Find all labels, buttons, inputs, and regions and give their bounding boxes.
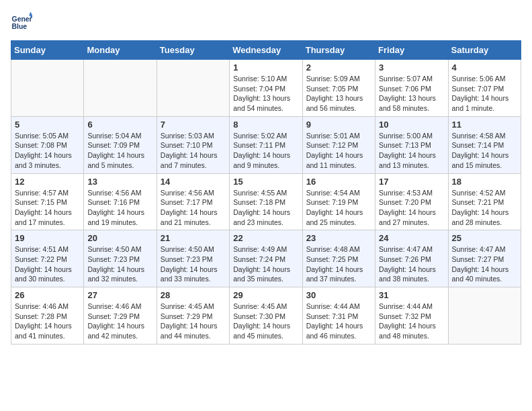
day-info: Sunrise: 4:50 AM Sunset: 7:23 PM Dayligh…: [161, 244, 226, 284]
calendar-cell: 14Sunrise: 4:56 AM Sunset: 7:17 PM Dayli…: [157, 173, 229, 230]
calendar-week-row: 1Sunrise: 5:10 AM Sunset: 7:04 PM Daylig…: [11, 60, 521, 117]
calendar-cell: 30Sunrise: 4:44 AM Sunset: 7:31 PM Dayli…: [302, 287, 375, 345]
weekday-header: Thursday: [302, 41, 375, 60]
calendar-cell: 12Sunrise: 4:57 AM Sunset: 7:15 PM Dayli…: [11, 173, 84, 230]
day-info: Sunrise: 5:10 AM Sunset: 7:04 PM Dayligh…: [233, 74, 298, 113]
calendar-cell: 17Sunrise: 4:53 AM Sunset: 7:20 PM Dayli…: [375, 173, 448, 230]
day-number: 20: [87, 233, 152, 243]
calendar-cell: 4Sunrise: 5:06 AM Sunset: 7:07 PM Daylig…: [448, 60, 521, 117]
day-info: Sunrise: 4:57 AM Sunset: 7:15 PM Dayligh…: [15, 188, 80, 228]
day-number: 12: [15, 177, 80, 187]
calendar-table: SundayMondayTuesdayWednesdayThursdayFrid…: [11, 40, 521, 345]
calendar-cell: 29Sunrise: 4:45 AM Sunset: 7:30 PM Dayli…: [230, 287, 302, 345]
calendar-cell: 3Sunrise: 5:07 AM Sunset: 7:06 PM Daylig…: [375, 60, 448, 117]
day-info: Sunrise: 5:00 AM Sunset: 7:13 PM Dayligh…: [379, 131, 444, 171]
calendar-cell: [84, 60, 157, 117]
calendar-cell: 19Sunrise: 4:51 AM Sunset: 7:22 PM Dayli…: [11, 230, 84, 287]
day-info: Sunrise: 5:07 AM Sunset: 7:06 PM Dayligh…: [379, 74, 444, 113]
calendar-cell: 7Sunrise: 5:03 AM Sunset: 7:10 PM Daylig…: [157, 116, 229, 173]
logo-icon: General Blue: [11, 11, 32, 32]
day-number: 14: [161, 177, 226, 187]
day-info: Sunrise: 4:49 AM Sunset: 7:24 PM Dayligh…: [233, 244, 298, 284]
calendar-cell: 16Sunrise: 4:54 AM Sunset: 7:19 PM Dayli…: [302, 173, 375, 230]
calendar-cell: 27Sunrise: 4:46 AM Sunset: 7:29 PM Dayli…: [84, 287, 157, 345]
day-info: Sunrise: 4:58 AM Sunset: 7:14 PM Dayligh…: [452, 131, 517, 171]
calendar-cell: 11Sunrise: 4:58 AM Sunset: 7:14 PM Dayli…: [448, 116, 521, 173]
day-info: Sunrise: 5:04 AM Sunset: 7:09 PM Dayligh…: [87, 131, 152, 171]
day-info: Sunrise: 4:47 AM Sunset: 7:27 PM Dayligh…: [452, 244, 517, 284]
day-info: Sunrise: 4:46 AM Sunset: 7:28 PM Dayligh…: [15, 302, 80, 341]
day-number: 30: [306, 290, 371, 300]
day-number: 15: [233, 177, 298, 187]
day-number: 8: [233, 120, 298, 130]
day-info: Sunrise: 5:09 AM Sunset: 7:05 PM Dayligh…: [306, 74, 371, 113]
weekday-header: Saturday: [448, 41, 521, 60]
day-info: Sunrise: 4:56 AM Sunset: 7:16 PM Dayligh…: [87, 188, 152, 228]
day-info: Sunrise: 4:52 AM Sunset: 7:21 PM Dayligh…: [452, 188, 517, 228]
calendar-cell: 26Sunrise: 4:46 AM Sunset: 7:28 PM Dayli…: [11, 287, 84, 345]
day-number: 6: [87, 120, 152, 130]
day-info: Sunrise: 4:45 AM Sunset: 7:29 PM Dayligh…: [161, 302, 226, 341]
day-info: Sunrise: 4:50 AM Sunset: 7:23 PM Dayligh…: [87, 244, 152, 284]
day-info: Sunrise: 4:46 AM Sunset: 7:29 PM Dayligh…: [87, 302, 152, 341]
svg-marker-2: [29, 12, 32, 15]
calendar-cell: 20Sunrise: 4:50 AM Sunset: 7:23 PM Dayli…: [84, 230, 157, 287]
calendar-cell: 8Sunrise: 5:02 AM Sunset: 7:11 PM Daylig…: [230, 116, 302, 173]
calendar-cell: 23Sunrise: 4:48 AM Sunset: 7:25 PM Dayli…: [302, 230, 375, 287]
day-number: 31: [379, 290, 444, 300]
day-info: Sunrise: 4:56 AM Sunset: 7:17 PM Dayligh…: [161, 188, 226, 228]
weekday-header: Wednesday: [230, 41, 302, 60]
day-number: 3: [379, 62, 444, 73]
day-number: 28: [161, 290, 226, 300]
calendar-cell: 6Sunrise: 5:04 AM Sunset: 7:09 PM Daylig…: [84, 116, 157, 173]
day-number: 13: [87, 177, 152, 187]
day-number: 27: [87, 290, 152, 300]
day-info: Sunrise: 4:51 AM Sunset: 7:22 PM Dayligh…: [15, 244, 80, 284]
day-info: Sunrise: 4:47 AM Sunset: 7:26 PM Dayligh…: [379, 244, 444, 284]
day-number: 25: [452, 233, 517, 243]
day-number: 29: [233, 290, 298, 300]
day-info: Sunrise: 4:45 AM Sunset: 7:30 PM Dayligh…: [233, 302, 298, 341]
day-info: Sunrise: 5:06 AM Sunset: 7:07 PM Dayligh…: [452, 74, 517, 113]
calendar-cell: [11, 60, 84, 117]
calendar-cell: [157, 60, 229, 117]
calendar-cell: 25Sunrise: 4:47 AM Sunset: 7:27 PM Dayli…: [448, 230, 521, 287]
page-header: General Blue: [11, 11, 521, 32]
calendar-cell: 21Sunrise: 4:50 AM Sunset: 7:23 PM Dayli…: [157, 230, 229, 287]
day-info: Sunrise: 5:03 AM Sunset: 7:10 PM Dayligh…: [161, 131, 226, 171]
day-number: 26: [15, 290, 80, 300]
day-info: Sunrise: 5:02 AM Sunset: 7:11 PM Dayligh…: [233, 131, 298, 171]
day-info: Sunrise: 5:05 AM Sunset: 7:08 PM Dayligh…: [15, 131, 80, 171]
day-number: 9: [306, 120, 371, 130]
weekday-header: Tuesday: [157, 41, 229, 60]
calendar-cell: 22Sunrise: 4:49 AM Sunset: 7:24 PM Dayli…: [230, 230, 302, 287]
weekday-header: Monday: [84, 41, 157, 60]
day-number: 16: [306, 177, 371, 187]
day-info: Sunrise: 4:48 AM Sunset: 7:25 PM Dayligh…: [306, 244, 371, 284]
calendar-cell: [448, 287, 521, 345]
day-number: 21: [161, 233, 226, 243]
day-number: 23: [306, 233, 371, 243]
day-number: 18: [452, 177, 517, 187]
calendar-cell: 31Sunrise: 4:44 AM Sunset: 7:32 PM Dayli…: [375, 287, 448, 345]
calendar-cell: 13Sunrise: 4:56 AM Sunset: 7:16 PM Dayli…: [84, 173, 157, 230]
day-info: Sunrise: 4:55 AM Sunset: 7:18 PM Dayligh…: [233, 188, 298, 228]
calendar-cell: 18Sunrise: 4:52 AM Sunset: 7:21 PM Dayli…: [448, 173, 521, 230]
day-info: Sunrise: 4:44 AM Sunset: 7:31 PM Dayligh…: [306, 302, 371, 341]
svg-text:Blue: Blue: [12, 23, 28, 30]
calendar-week-row: 26Sunrise: 4:46 AM Sunset: 7:28 PM Dayli…: [11, 287, 521, 345]
day-number: 10: [379, 120, 444, 130]
day-number: 7: [161, 120, 226, 130]
weekday-header: Sunday: [11, 41, 84, 60]
calendar-cell: 5Sunrise: 5:05 AM Sunset: 7:08 PM Daylig…: [11, 116, 84, 173]
calendar-cell: 2Sunrise: 5:09 AM Sunset: 7:05 PM Daylig…: [302, 60, 375, 117]
calendar-week-row: 5Sunrise: 5:05 AM Sunset: 7:08 PM Daylig…: [11, 116, 521, 173]
calendar-cell: 24Sunrise: 4:47 AM Sunset: 7:26 PM Dayli…: [375, 230, 448, 287]
day-number: 4: [452, 62, 517, 73]
day-info: Sunrise: 4:53 AM Sunset: 7:20 PM Dayligh…: [379, 188, 444, 228]
calendar-cell: 15Sunrise: 4:55 AM Sunset: 7:18 PM Dayli…: [230, 173, 302, 230]
day-info: Sunrise: 4:44 AM Sunset: 7:32 PM Dayligh…: [379, 302, 444, 341]
day-number: 2: [306, 62, 371, 73]
day-number: 22: [233, 233, 298, 243]
calendar-week-row: 12Sunrise: 4:57 AM Sunset: 7:15 PM Dayli…: [11, 173, 521, 230]
